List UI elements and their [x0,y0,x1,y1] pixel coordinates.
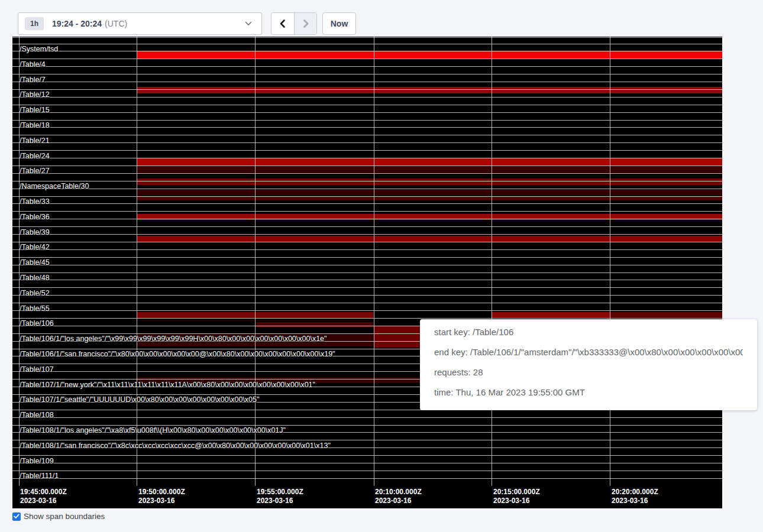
row-label: /Table/108/1/"los angeles"/"\xa8\xf5\u00… [20,426,286,434]
time-gridline [255,37,256,486]
time-pager [271,12,317,35]
span-boundary-line [12,440,722,440]
time-tick-label: 20:10:00.000Z [375,488,422,497]
span-boundary-line [12,166,722,166]
hover-tooltip: start key: /Table/106 end key: /Table/10… [420,319,757,410]
next-button[interactable] [294,13,316,34]
time-tick-date: 2023-03-16 [138,497,174,505]
span-boundary-line [12,59,722,59]
heatmap-band [256,322,373,327]
span-boundary-line [12,287,722,288]
time-tick-label: 20:15:00.000Z [493,488,540,497]
span-boundary-line [12,135,722,135]
span-boundary-line [12,318,722,319]
span-boundaries-checkbox[interactable] [12,512,21,521]
span-boundary-line [12,463,722,463]
time-tick-date: 2023-03-16 [20,497,56,505]
heatmap-band [137,166,722,173]
span-boundary-line [12,211,722,212]
heatmap-band [137,158,722,166]
span-boundary-line [12,417,722,418]
heatmap-band [492,312,610,318]
row-label: /Table/106 [20,319,54,327]
timezone-label: (UTC) [105,19,127,28]
row-label: /Table/107/1/"seattle"/"UUUUUUD\x00\x80\… [20,395,259,404]
span-boundary-line [12,249,722,250]
span-boundary-line [12,97,722,98]
span-boundary-line [12,66,722,67]
now-button[interactable]: Now [322,12,356,35]
span-boundary-line [12,51,722,51]
row-label: /Table/4 [20,60,46,69]
span-boundary-line [12,89,722,90]
span-boundary-line [12,196,722,197]
prev-button[interactable] [271,13,294,34]
span-boundary-line [12,310,722,311]
row-label: /Table/21 [20,137,50,145]
span-boundary-line [12,105,722,105]
span-boundary-line [12,265,722,265]
span-boundary-line [12,219,722,219]
span-boundary-line [12,242,722,242]
row-label: /Table/108/1/"san francisco"/"\x8c\xcc\x… [20,442,331,450]
time-gridline [374,37,374,486]
key-visualizer-canvas[interactable]: /System/tsd/Table/4/Table/7/Table/12/Tab… [12,37,722,508]
span-boundary-line [12,234,722,235]
row-label: /Table/107/1/"new york"/"\x11\x11\x11\x1… [20,381,315,389]
row-label: /Table/107 [20,365,54,374]
row-label: /Table/12 [20,90,50,99]
heatmap-band [137,87,722,93]
span-boundary-line [12,120,722,121]
span-boundary-line [12,303,722,303]
span-boundary-line [12,74,722,74]
chevron-left-icon [279,19,287,28]
span-boundary-line [12,189,722,189]
row-label: /Table/33 [20,197,50,206]
time-tick-label: 19:55:00.000Z [257,488,303,497]
heatmap-band [137,236,722,242]
row-label: /Table/18 [20,121,50,129]
time-tick-date: 2023-03-16 [375,497,411,505]
tooltip-time: time: Thu, 16 Mar 2023 19:55:00 GMT [434,387,743,398]
span-boundary-line [12,82,722,82]
tooltip-start-key: start key: /Table/106 [434,326,743,338]
duration-badge: 1h [25,17,44,30]
span-boundary-line [12,295,722,296]
row-label: /Table/108 [20,411,54,419]
row-label: /Table/42 [20,243,50,251]
row-label: /Table/27 [20,167,50,175]
time-tick-label: 19:50:00.000Z [138,488,185,497]
row-label: /NamespaceTable/30 [20,182,89,190]
span-boundary-line [12,158,722,158]
time-range-dropdown[interactable]: 1h 19:24 - 20:24 (UTC) [18,12,262,35]
time-tick-date: 2023-03-16 [493,497,529,505]
row-label: /Table/106/1/"los angeles"/"\x99\x99\x99… [20,335,326,343]
row-label: /System/tsd [20,45,58,53]
row-label: /Table/48 [20,274,50,282]
footer: Show span boundaries [12,512,105,521]
span-boundary-line [12,478,722,479]
checkbox-label: Show span boundaries [24,512,105,521]
time-tick-date: 2023-03-16 [612,497,648,505]
time-gridline [610,37,610,486]
row-label: /Table/106/1/"san francisco"/"\x80\x00\x… [20,350,335,358]
time-gridline [492,37,492,486]
span-boundary-line [12,37,722,38]
heatmap-band [137,51,722,59]
row-label: /Table/7 [20,76,46,84]
span-boundary-line [12,471,722,471]
row-label: /Table/24 [20,152,50,160]
chevron-right-icon [302,19,310,28]
tooltip-end-key: end key: /Table/106/1/"amsterdam"/"\xb33… [434,346,743,358]
row-label: /Table/45 [20,258,50,267]
row-label: /Table/55 [20,304,50,313]
span-boundary-line [12,425,722,426]
span-boundary-line [12,44,722,44]
span-boundary-line [12,280,722,280]
span-boundary-line [12,127,722,128]
span-boundary-line [12,273,722,273]
row-label: /Table/109 [20,457,54,465]
span-boundary-line [12,142,722,143]
span-boundary-line [12,173,722,174]
span-boundary-line [12,150,722,151]
